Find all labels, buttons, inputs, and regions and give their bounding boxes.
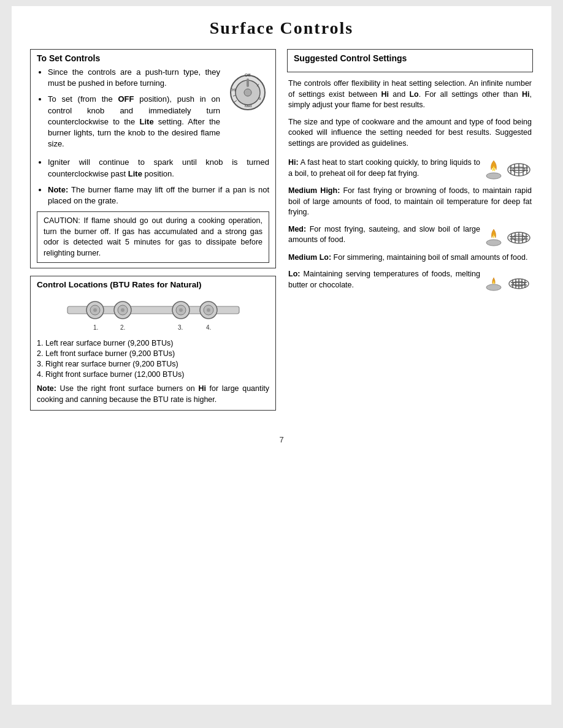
suggested-para2: The size and type of cookware and the am… [288,117,532,150]
bullet-1: Since the controls are a push-turn type,… [48,67,220,89]
svg-point-10 [244,89,251,96]
grate-icon-med [506,224,532,246]
control-locations-title: Control Locations (BTU Rates for Natural… [37,280,269,289]
burner-item-2: 2. Left front surface burner (9,200 BTUs… [37,349,269,358]
flame-icon-med [484,224,504,246]
heat-icons-hi [484,157,532,180]
bullet-list-2: Igniter will continue to spark until kno… [37,157,269,207]
heat-entry-medium-lo: Medium Lo: For simmering, maintaining bo… [288,252,532,264]
bullet-4: Note: The burner flame may lift off the … [48,184,269,207]
heat-entry-hi: Hi: A fast heat to start cooking quickly… [288,157,532,180]
svg-text:3.: 3. [178,324,183,331]
left-column: To Set Controls Since the controls are a… [30,49,276,417]
svg-text:2.: 2. [120,324,125,331]
heat-entry-med: Med: For most frying, sauteing, and slow… [288,224,532,246]
heat-text-medium-high: Medium High: For fast frying or browning… [288,186,532,218]
svg-point-20 [179,308,183,312]
heat-entry-lo: Lo: Maintaining serving temperatures of … [288,269,532,291]
svg-point-17 [121,308,124,312]
burner-list: 1. Left rear surface burner (9,200 BTUs)… [37,339,269,379]
two-column-layout: To Set Controls Since the controls are a… [30,49,533,417]
heat-icons-med [484,224,532,246]
svg-point-28 [486,173,501,179]
heat-icons-lo [484,269,532,291]
knob-image: Off Hi 9 Med [226,67,269,154]
burner-diagram-svg: 1. 2. 3. 4. [61,294,245,334]
svg-text:Hi: Hi [232,88,236,92]
bullet-2: To set (from the OFF position), push in … [48,94,220,150]
heat-text-hi: Hi: A fast heat to start cooking quickly… [288,157,480,179]
knob-area: Since the controls are a push-turn type,… [37,67,269,154]
page-title: Surface Controls [30,18,533,38]
heat-entry-medium-high: Medium High: For fast frying or browning… [288,186,532,218]
suggested-controls-title: Suggested Control Settings [294,53,526,63]
burner-item-4: 4. Right front surface burner (12,000 BT… [37,370,269,379]
to-set-controls-box: To Set Controls Since the controls are a… [30,49,276,268]
heat-text-med: Med: For most frying, sauteing, and slow… [288,224,480,246]
grate-icon-lo [506,269,532,291]
burner-diagram: 1. 2. 3. 4. [37,294,269,334]
svg-point-23 [207,308,210,312]
svg-text:4.: 4. [206,324,211,331]
suggested-content: The controls offer flexibility in heat s… [287,78,533,291]
svg-rect-2 [247,78,249,87]
caution-text: CAUTION: If flame should go out during a… [44,216,262,257]
bullet-list: Since the controls are a push-turn type,… [37,67,220,150]
flame-icon [484,157,504,180]
svg-text:1.: 1. [93,324,98,331]
page: Surface Controls To Set Controls Since t… [12,6,551,705]
knob-text: Since the controls are a push-turn type,… [37,67,220,154]
burner-item-3: 3. Right rear surface burner (9,200 BTUs… [37,360,269,368]
control-locations-note: Note: Use the right front surface burner… [37,384,269,405]
svg-point-14 [93,308,97,312]
caution-box: CAUTION: If flame should go out during a… [37,211,269,263]
svg-text:Off: Off [245,73,250,77]
heat-text-medium-lo: Medium Lo: For simmering, maintaining bo… [288,252,532,264]
suggested-intro: The controls offer flexibility in heat s… [288,78,532,111]
grate-icon-hi [506,157,532,180]
control-locations-box: Control Locations (BTU Rates for Natural… [30,276,276,411]
heat-text-lo: Lo: Maintaining serving temperatures of … [288,269,480,290]
right-column: Suggested Control Settings The controls … [287,49,533,417]
svg-point-48 [486,284,501,290]
to-set-controls-title: To Set Controls [37,53,269,63]
bullet-3: Igniter will continue to spark until kno… [48,157,269,179]
svg-point-38 [486,240,501,246]
page-number: 7 [30,435,533,444]
flame-icon-lo [484,269,504,291]
knob-svg: Off Hi 9 Med [228,69,268,112]
burner-item-1: 1. Left rear surface burner (9,200 BTUs) [37,339,269,347]
suggested-controls-box: Suggested Control Settings [287,49,533,72]
svg-text:Med: Med [245,104,252,108]
